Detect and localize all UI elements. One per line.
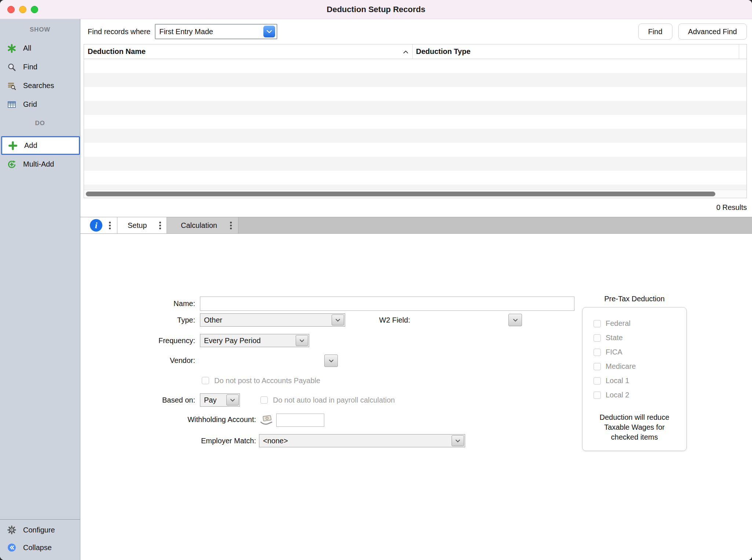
do-not-post-ap-checkbox[interactable] xyxy=(202,377,209,384)
tab-label: Calculation xyxy=(181,221,217,230)
withholding-lookup-icon[interactable] xyxy=(260,415,273,427)
app-window: Deduction Setup Records SHOW All Find xyxy=(0,0,752,560)
sort-ascending-icon xyxy=(403,47,409,56)
checkbox-label: Local 2 xyxy=(606,391,629,399)
checkbox-label: FICA xyxy=(606,348,623,356)
tab-setup[interactable]: Setup xyxy=(117,217,167,233)
drag-handle-icon[interactable] xyxy=(159,225,161,226)
based-on-label: Based on: xyxy=(122,393,195,407)
window-title: Deduction Setup Records xyxy=(0,5,752,14)
pretax-checkbox-local-1[interactable]: Local 1 xyxy=(583,374,686,388)
chevron-down-icon xyxy=(296,335,308,346)
sidebar-item-label: Configure xyxy=(23,526,55,534)
pretax-checkbox-medicare[interactable]: Medicare xyxy=(583,359,686,374)
plus-icon xyxy=(8,141,18,150)
frequency-value: Every Pay Period xyxy=(204,337,261,345)
vendor-select[interactable] xyxy=(324,354,338,367)
pretax-checkbox-local-2[interactable]: Local 2 xyxy=(583,388,686,402)
horizontal-scrollbar[interactable] xyxy=(84,190,746,198)
sidebar-item-all[interactable]: All xyxy=(0,39,80,58)
pretax-title: Pre-Tax Deduction xyxy=(582,295,687,303)
collapse-icon xyxy=(7,543,17,552)
sidebar: SHOW All Find Searches xyxy=(0,19,80,560)
type-select[interactable]: Other xyxy=(200,313,345,327)
frequency-select[interactable]: Every Pay Period xyxy=(200,334,309,347)
detail-tab-bar: i Setup Calculation xyxy=(80,217,752,234)
sidebar-section-show: SHOW xyxy=(0,24,80,35)
advanced-find-button[interactable]: Advanced Find xyxy=(678,23,747,40)
tab-bar-filler xyxy=(238,217,752,233)
column-label: Deduction Name xyxy=(88,47,146,56)
based-on-value: Pay xyxy=(204,396,216,404)
checkbox-icon xyxy=(594,349,601,356)
results-count: 0 Results xyxy=(716,203,747,212)
checkbox-icon xyxy=(594,377,601,385)
drag-handle-icon[interactable] xyxy=(230,225,232,226)
pretax-checkbox-state[interactable]: State xyxy=(583,331,686,345)
results-line: 0 Results xyxy=(80,198,752,217)
sidebar-item-find[interactable]: Find xyxy=(0,58,80,76)
setup-form: Name: Type: Other W2 Field: Frequency: E… xyxy=(80,234,752,560)
sidebar-item-label: Searches xyxy=(23,81,54,90)
magnifier-icon xyxy=(7,63,17,72)
type-label: Type: xyxy=(122,313,195,327)
sidebar-item-label: Find xyxy=(23,63,37,71)
tab-calculation[interactable]: Calculation xyxy=(167,217,238,233)
zoom-window-button[interactable] xyxy=(31,6,38,13)
checkbox-label: Federal xyxy=(606,319,631,328)
checkbox-label: State xyxy=(606,334,623,342)
column-header-deduction-name[interactable]: Deduction Name xyxy=(84,44,413,59)
column-label: Deduction Type xyxy=(416,47,471,56)
sidebar-item-configure[interactable]: Configure xyxy=(0,521,80,539)
vendor-label: Vendor: xyxy=(122,354,195,367)
drag-handle-icon[interactable] xyxy=(109,225,111,226)
sidebar-item-label: Add xyxy=(24,141,37,150)
employer-match-select[interactable]: <none> xyxy=(259,434,465,447)
sidebar-item-grid[interactable]: Grid xyxy=(0,95,80,114)
find-field-value: First Entry Made xyxy=(159,28,213,36)
pretax-checkbox-federal[interactable]: Federal xyxy=(583,316,686,331)
sidebar-item-label: Collapse xyxy=(23,543,52,552)
checkbox-icon xyxy=(594,334,601,342)
info-section: i xyxy=(80,217,117,233)
close-window-button[interactable] xyxy=(7,6,15,13)
chevron-down-icon xyxy=(452,435,464,446)
tab-label: Setup xyxy=(128,221,147,230)
w2-field-select[interactable] xyxy=(508,314,522,326)
find-field-select[interactable]: First Entry Made xyxy=(155,24,277,39)
header-scroll-gutter xyxy=(739,44,746,59)
checkbox-icon xyxy=(594,392,601,399)
checkbox-icon xyxy=(594,320,601,327)
records-table: Deduction Name Deduction Type xyxy=(84,44,747,198)
find-bar: Find records where First Entry Made Find… xyxy=(80,19,752,44)
sidebar-item-label: Grid xyxy=(23,100,37,109)
based-on-select[interactable]: Pay xyxy=(200,393,240,407)
w2-field-label: W2 Field: xyxy=(337,313,410,327)
checkbox-icon xyxy=(594,363,601,370)
sidebar-item-multi-add[interactable]: Multi-Add xyxy=(0,155,80,174)
sidebar-item-add[interactable]: Add xyxy=(1,136,80,155)
main-area: Find records where First Entry Made Find… xyxy=(80,19,752,560)
table-body-empty xyxy=(84,59,746,190)
info-icon[interactable]: i xyxy=(90,219,102,232)
minimize-window-button[interactable] xyxy=(19,6,26,13)
do-not-autoload-label: Do not auto load in payroll calculation xyxy=(273,393,395,407)
find-button[interactable]: Find xyxy=(638,23,672,40)
asterisk-icon xyxy=(7,44,17,53)
sidebar-section-do: DO xyxy=(0,118,80,129)
type-value: Other xyxy=(204,316,222,324)
withholding-account-input[interactable] xyxy=(276,414,324,427)
column-header-deduction-type[interactable]: Deduction Type xyxy=(413,44,739,59)
withholding-account-label: Withholding Account: xyxy=(164,413,256,426)
sidebar-item-searches[interactable]: Searches xyxy=(0,76,80,95)
pretax-checkbox-fica[interactable]: FICA xyxy=(583,345,686,359)
sidebar-item-label: Multi-Add xyxy=(23,160,54,168)
sidebar-item-collapse[interactable]: Collapse xyxy=(0,539,80,556)
frequency-label: Frequency: xyxy=(122,334,195,347)
grid-icon xyxy=(7,100,17,109)
scrollbar-thumb[interactable] xyxy=(86,192,715,196)
do-not-autoload-checkbox[interactable] xyxy=(260,396,268,404)
traffic-lights xyxy=(7,6,38,13)
name-input[interactable] xyxy=(200,297,574,311)
employer-match-label: Employer Match: xyxy=(164,434,256,447)
